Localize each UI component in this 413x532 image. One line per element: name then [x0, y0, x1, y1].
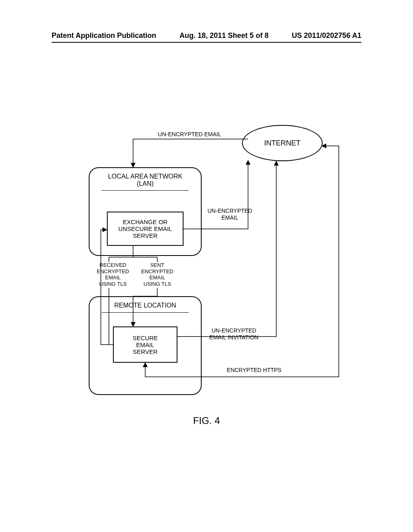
- header-center: Aug. 18, 2011 Sheet 5 of 8: [179, 31, 269, 40]
- diagram-container: INTERNET LOCAL AREA NETWORK (LAN) EXCHAN…: [65, 113, 347, 403]
- header-rule: [52, 42, 361, 43]
- header-right: US 2011/0202756 A1: [292, 31, 361, 40]
- diagram-arrows: [65, 113, 347, 403]
- figure-label: FIG. 4: [0, 415, 413, 426]
- header-left: Patent Application Publication: [52, 31, 156, 40]
